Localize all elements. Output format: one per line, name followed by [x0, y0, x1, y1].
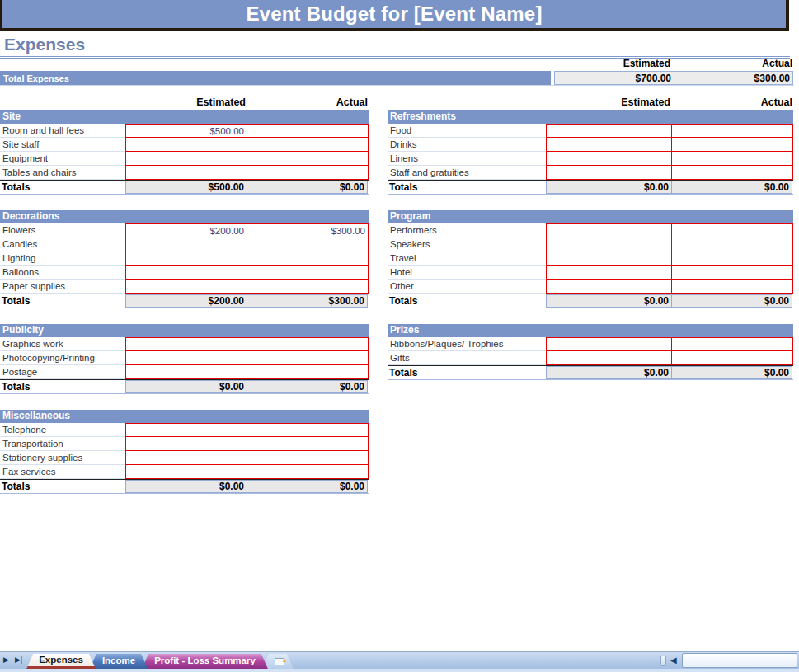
sheet-tab-bar: ▶ ▶| Expenses Income Profit - Loss Summa… [0, 651, 799, 669]
actual-input-cell[interactable] [672, 266, 793, 280]
totals-row: Totals$0.00$0.00 [388, 365, 793, 380]
estimated-input-cell[interactable] [546, 251, 672, 266]
actual-input-cell[interactable] [672, 280, 793, 294]
actual-input-cell[interactable] [247, 365, 369, 379]
budget-table-miscellaneous: MiscellaneousTelephoneTransportationStat… [0, 410, 369, 494]
totals-actual-cell: $0.00 [247, 380, 368, 393]
table-row: Travel [388, 251, 793, 266]
estimated-input-cell[interactable] [125, 451, 247, 465]
row-label: Drinks [388, 138, 546, 152]
table-rows: Flowers$200.00$300.00CandlesLightingBall… [0, 223, 369, 294]
section-header-prizes: Prizes [388, 324, 793, 337]
estimated-input-cell[interactable]: $200.00 [125, 223, 247, 237]
actual-input-cell[interactable] [247, 423, 369, 437]
table-rows: PerformersSpeakersTravelHotelOther [388, 223, 793, 294]
actual-input-cell[interactable] [247, 251, 369, 266]
estimated-input-cell[interactable] [125, 337, 247, 351]
estimated-input-cell[interactable] [546, 166, 672, 180]
row-label: Telephone [0, 423, 125, 437]
tab-expenses[interactable]: Expenses [26, 654, 96, 669]
last-sheet-icon[interactable]: ▶| [15, 656, 22, 664]
table-row: Hotel [388, 266, 793, 280]
actual-input-cell[interactable]: $300.00 [247, 223, 369, 237]
column-header-spacer [0, 96, 125, 108]
star-icon: * [283, 658, 286, 667]
table-rows: TelephoneTransportationStationery suppli… [0, 423, 369, 479]
actual-input-cell[interactable] [247, 437, 369, 451]
estimated-input-cell[interactable] [125, 465, 247, 479]
estimated-input-cell[interactable] [125, 138, 247, 152]
estimated-input-cell[interactable] [125, 237, 247, 251]
estimated-input-cell[interactable] [546, 266, 672, 280]
total-expenses-estimated-cell: $700.00 [554, 71, 674, 85]
actual-input-cell[interactable] [672, 166, 793, 180]
row-label: Food [388, 124, 546, 138]
actual-input-cell[interactable] [672, 337, 793, 351]
row-label: Speakers [388, 237, 546, 251]
estimated-input-cell[interactable] [546, 223, 672, 237]
actual-input-cell[interactable] [247, 237, 369, 251]
estimated-input-cell[interactable]: $500.00 [125, 124, 247, 138]
tab-profit-loss-summary[interactable]: Profit - Loss Summary [142, 654, 268, 669]
estimated-input-cell[interactable] [546, 124, 672, 138]
estimated-input-cell[interactable] [546, 152, 672, 166]
scroll-left-icon[interactable]: ◀ [670, 656, 677, 665]
estimated-input-cell[interactable] [125, 365, 247, 379]
actual-input-cell[interactable] [247, 124, 369, 138]
actual-input-cell[interactable] [247, 280, 369, 294]
table-row: Paper supplies [0, 280, 369, 294]
tab-income[interactable]: Income [90, 654, 148, 669]
estimated-input-cell[interactable] [125, 266, 247, 280]
estimated-input-cell[interactable] [546, 351, 672, 365]
totals-label: Totals [0, 380, 125, 393]
actual-column-header: Actual [247, 96, 369, 108]
estimated-input-cell[interactable] [125, 251, 247, 266]
totals-actual-cell: $0.00 [671, 366, 792, 379]
table-row: Tables and chairs [0, 166, 369, 180]
actual-input-cell[interactable] [247, 351, 369, 365]
row-label: Performers [388, 223, 546, 237]
totals-estimated-cell: $0.00 [125, 480, 247, 493]
row-label: Lighting [0, 251, 125, 266]
estimated-input-cell[interactable] [125, 152, 247, 166]
actual-input-cell[interactable] [672, 152, 793, 166]
budget-table-prizes: PrizesRibbons/Plaques/ TrophiesGiftsTota… [388, 324, 793, 380]
totals-label: Totals [0, 294, 125, 308]
row-label: Other [388, 280, 546, 294]
totals-estimated-cell: $500.00 [125, 181, 247, 194]
actual-input-cell[interactable] [672, 223, 793, 237]
row-label: Gifts [388, 351, 546, 365]
tab-splitter-handle[interactable] [660, 656, 666, 666]
estimated-input-cell[interactable] [546, 237, 672, 251]
horizontal-scrollbar-thumb[interactable] [682, 653, 797, 668]
actual-input-cell[interactable] [247, 451, 369, 465]
estimated-input-cell[interactable] [125, 437, 247, 451]
actual-input-cell[interactable] [247, 465, 369, 479]
estimated-input-cell[interactable] [546, 337, 672, 351]
actual-input-cell[interactable] [247, 166, 369, 180]
actual-input-cell[interactable] [247, 337, 369, 351]
estimated-input-cell[interactable] [125, 423, 247, 437]
actual-input-cell[interactable] [672, 351, 793, 365]
totals-estimated-cell: $0.00 [546, 294, 672, 308]
table-row: Stationery supplies [0, 451, 369, 465]
actual-input-cell[interactable] [247, 152, 369, 166]
actual-input-cell[interactable] [672, 237, 793, 251]
row-label: Graphics work [0, 337, 125, 351]
actual-input-cell[interactable] [672, 138, 793, 152]
next-sheet-icon[interactable]: ▶ [3, 656, 9, 664]
table-row: Lighting [0, 251, 369, 266]
totals-row: Totals$200.00$300.00 [0, 294, 369, 308]
row-label: Tables and chairs [0, 166, 125, 180]
table-rows: FoodDrinksLinensStaff and gratuities [388, 124, 793, 180]
actual-input-cell[interactable] [247, 138, 369, 152]
estimated-input-cell[interactable] [546, 138, 672, 152]
estimated-input-cell[interactable] [125, 280, 247, 294]
summary-actual-header: Actual [672, 58, 793, 69]
actual-input-cell[interactable] [247, 266, 369, 280]
estimated-input-cell[interactable] [125, 166, 247, 180]
estimated-input-cell[interactable] [125, 351, 247, 365]
actual-input-cell[interactable] [672, 251, 793, 266]
estimated-input-cell[interactable] [546, 280, 672, 294]
actual-input-cell[interactable] [672, 124, 793, 138]
